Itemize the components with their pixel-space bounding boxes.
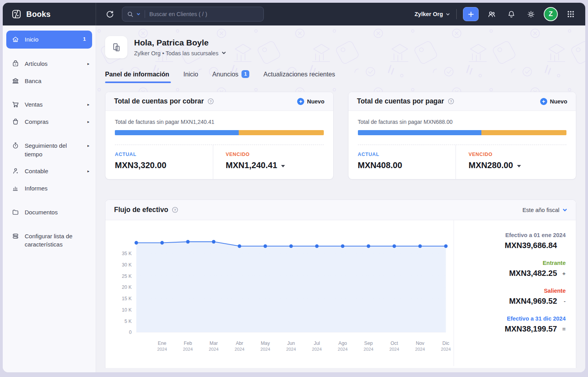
shopping-bag-icon [12, 118, 20, 125]
chevron-right-icon: ▸ [87, 169, 89, 174]
org-branch-selector[interactable]: Zylker Org • Todas las sucursales [134, 50, 226, 56]
search-icon [127, 11, 134, 18]
caret-down-icon[interactable] [281, 165, 285, 167]
tab-panel-de-informacion[interactable]: Panel de información [105, 70, 169, 83]
home-icon [12, 36, 20, 43]
svg-text:30 K: 30 K [122, 262, 132, 268]
notifications-bell-icon[interactable] [505, 7, 518, 21]
sidebar-item-ventas[interactable]: Ventas ▸ [3, 96, 96, 113]
caret-down-icon[interactable] [517, 165, 521, 167]
sidebar-item-configurar-lista-de-caracteristicas[interactable]: Configurar lista de características [3, 228, 96, 254]
chevron-right-icon: ▸ [87, 119, 89, 125]
buildings-icon [111, 42, 122, 53]
settings-gear-icon[interactable] [524, 7, 537, 21]
new-bill-button[interactable]: + Nuevo [540, 98, 567, 105]
page-title: Hola, Patrica Boyle [134, 38, 226, 47]
svg-text:Ago: Ago [338, 341, 347, 346]
tab-actualizaciones-recientes[interactable]: Actualizaciones recientes [263, 70, 335, 83]
quick-create-button[interactable] [463, 7, 479, 21]
sidebar-item-banca[interactable]: Banca [3, 72, 96, 90]
help-icon[interactable]: ? [207, 98, 214, 105]
sidebar-nav: Inicio 1 Artículos ▸ Banca Ventas ▸ Comp… [3, 25, 96, 372]
sidebar-item-contable[interactable]: Contable ▸ [3, 163, 96, 180]
help-icon[interactable]: ? [172, 207, 178, 213]
refresh-icon[interactable] [103, 7, 116, 21]
topbar-divider [456, 9, 457, 19]
svg-text:2024: 2024 [157, 347, 167, 352]
apps-grid-icon[interactable] [564, 7, 577, 21]
brand[interactable]: Books [3, 3, 96, 25]
sidebar-item-documentos[interactable]: Documentos [3, 204, 96, 221]
bag-icon [12, 60, 20, 67]
sidebar-item-inicio[interactable]: Inicio 1 [6, 31, 92, 49]
search-scope-chevron-icon[interactable] [136, 12, 140, 16]
svg-text:2024: 2024 [234, 347, 245, 352]
svg-text:Nov: Nov [416, 341, 425, 346]
cashflow-summary-efectivo-a-01-ene-2024: Efectivo a 01 ene 2024 MXN39,686.84 [464, 232, 566, 250]
plus-icon: + [297, 98, 304, 105]
features-icon [12, 232, 20, 240]
svg-text:Abr: Abr [236, 341, 243, 346]
timer-icon [12, 142, 20, 149]
accountant-icon [12, 167, 20, 175]
unpaid-bills-total: Total de facturas sin pagar MXN688.00 [358, 119, 567, 125]
receivables-card: Total de cuentas por cobrar ? + Nuevo To… [105, 92, 334, 179]
svg-text:15 K: 15 K [122, 296, 132, 301]
books-logo-icon [11, 9, 22, 19]
cashflow-chart[interactable]: 05 K10 K15 K20 K25 K30 K35 KEne2024Feb20… [105, 220, 454, 366]
user-avatar[interactable]: Z [544, 7, 558, 21]
sidebar-item-informes[interactable]: Informes [3, 180, 96, 197]
plus-icon [468, 11, 474, 18]
org-selector[interactable]: Zylker Org [414, 11, 450, 17]
overdue-segment [239, 130, 324, 135]
current-amount-block: ACTUAL MXN408.00 [358, 145, 456, 179]
overdue-segment [481, 130, 566, 135]
count-badge: 1 [241, 70, 249, 78]
chevron-right-icon: ▸ [87, 102, 89, 108]
count-badge: 1 [83, 36, 86, 43]
cashflow-summary-efectivo-a-31-dic-2024: Efectivo a 31 dic 2024 MXN38,199.57= [464, 315, 566, 334]
chevron-down-icon [221, 50, 226, 56]
search-input[interactable] [149, 11, 259, 17]
svg-text:2024: 2024 [363, 347, 374, 352]
new-invoice-button[interactable]: + Nuevo [297, 98, 324, 105]
svg-text:0: 0 [129, 330, 132, 335]
current-segment [115, 130, 239, 135]
svg-text:Feb: Feb [184, 341, 192, 346]
payables-progress-bar [358, 130, 567, 135]
svg-text:35 K: 35 K [122, 251, 132, 256]
sidebar-item-seguimiento-del-tiempo[interactable]: Seguimiento del tiempo ▸ [3, 137, 96, 163]
svg-text:20 K: 20 K [122, 285, 132, 290]
tab-inicio[interactable]: Inicio [183, 70, 198, 83]
tab-bar: Panel de información Inicio Anuncios 1 A… [105, 70, 585, 83]
org-avatar [105, 36, 127, 58]
payables-card: Total de cuentas por pagar ? + Nuevo Tot… [348, 92, 577, 179]
svg-text:2024: 2024 [286, 347, 296, 352]
fiscal-year-filter[interactable]: Este año fiscal [523, 207, 567, 213]
help-icon[interactable]: ? [448, 98, 454, 105]
bank-icon [12, 77, 20, 85]
users-icon[interactable] [485, 7, 498, 21]
svg-text:10 K: 10 K [122, 307, 132, 313]
chevron-right-icon: ▸ [87, 143, 89, 149]
folder-icon [12, 208, 20, 216]
sidebar-item-compras[interactable]: Compras ▸ [3, 113, 96, 130]
svg-text:2024: 2024 [389, 347, 399, 352]
bar-chart-icon [12, 185, 20, 192]
svg-text:2024: 2024 [338, 347, 348, 352]
svg-text:25 K: 25 K [122, 273, 132, 279]
app-window: Books Zylker Org [3, 3, 585, 372]
svg-text:Jun: Jun [287, 341, 295, 346]
unpaid-invoices-total: Total de facturas sin pagar MXN1,240.41 [115, 119, 324, 125]
svg-text:2024: 2024 [441, 347, 451, 352]
svg-text:5 K: 5 K [125, 318, 132, 324]
svg-text:Ene: Ene [158, 341, 167, 346]
chevron-down-icon [563, 208, 567, 212]
search-divider [145, 10, 145, 18]
overdue-amount-block[interactable]: VENCIDO MXN280.00 [456, 145, 566, 179]
payables-card-title: Total de cuentas por pagar ? [357, 97, 454, 105]
sidebar-item-articulos[interactable]: Artículos ▸ [3, 55, 96, 72]
tab-anuncios[interactable]: Anuncios 1 [212, 70, 250, 83]
overdue-amount-block[interactable]: VENCIDO MXN1,240.41 [213, 145, 324, 179]
search-bar[interactable] [122, 7, 264, 22]
